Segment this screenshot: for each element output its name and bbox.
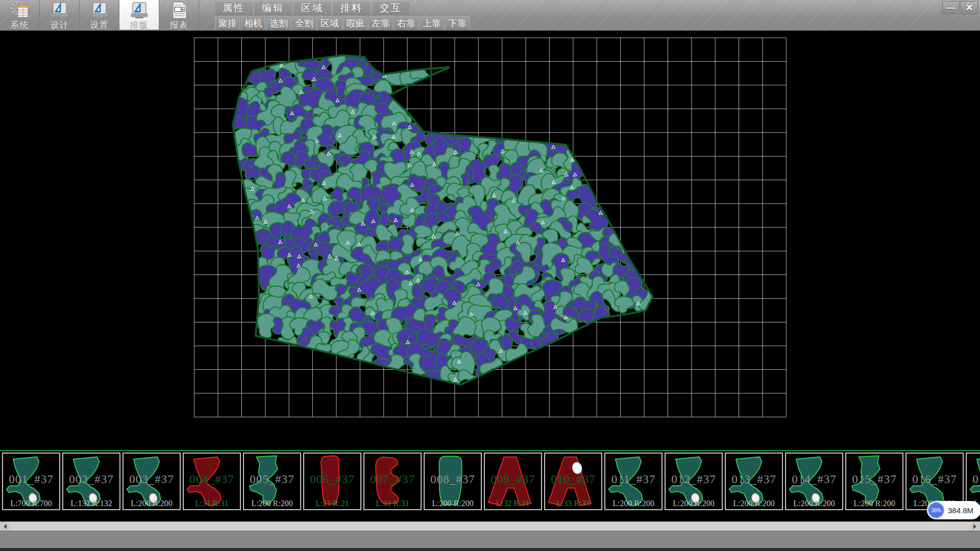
piece-thumbnail	[726, 454, 782, 509]
menu-tab-edit[interactable]: 编辑	[254, 2, 292, 15]
strip-separator-line	[0, 447, 980, 448]
action-button-snap-top[interactable]: 上靠	[420, 16, 444, 30]
settings-icon	[89, 1, 110, 19]
piece-thumbnail	[304, 454, 360, 509]
bottom-edge	[0, 548, 980, 551]
piece-tile[interactable]: 012_#37L:200 R:200	[665, 453, 723, 510]
close-button[interactable]: ✕	[961, 1, 978, 14]
bottom-bar	[0, 531, 980, 548]
piece-thumbnail	[3, 454, 59, 509]
tool-button-layout[interactable]: 排版	[119, 0, 159, 30]
piece-thumbnail	[425, 454, 481, 509]
layout-icon	[129, 1, 150, 19]
right-arrow-icon	[973, 524, 976, 529]
piece-tile[interactable]: 013_#37L:200 R:200	[725, 453, 783, 510]
tool-button-label: 报表	[170, 19, 188, 31]
menu-tab-nesting[interactable]: 排料	[332, 2, 371, 15]
progress-percent-circle: 38%	[928, 502, 944, 518]
action-button-select-cut[interactable]: 选割	[266, 16, 291, 30]
menu-tab-interaction[interactable]: 交互	[372, 2, 410, 15]
piece-thumbnail	[244, 454, 300, 509]
action-button-snap-left[interactable]: 左靠	[369, 16, 393, 30]
action-button-row: 聚排相机选割全割区域瑕疵左靠右靠上靠下靠	[215, 16, 471, 30]
tool-button-label: 设置	[90, 19, 109, 31]
piece-thumbnail	[485, 454, 541, 509]
tool-button-label: 排版	[130, 19, 149, 31]
action-button-defect[interactable]: 瑕疵	[343, 16, 368, 30]
minimize-button[interactable]: —	[942, 1, 960, 14]
system-icon	[10, 1, 30, 19]
hide-nesting-drawing	[0, 31, 980, 447]
piece-tile[interactable]: 001_#37L:700 R:700	[2, 453, 60, 510]
action-button-cluster-nest[interactable]: 聚排	[215, 16, 240, 30]
piece-tile[interactable]: 010_#37L:33 R:33	[544, 453, 602, 510]
action-button-camera[interactable]: 相机	[241, 16, 265, 30]
menu-tab-properties[interactable]: 属性	[214, 2, 253, 15]
piece-thumbnail	[666, 454, 722, 509]
nesting-canvas[interactable]	[0, 31, 980, 447]
report-icon	[169, 1, 189, 19]
piece-tile[interactable]: 007_#37L:31 R:31	[363, 453, 422, 510]
tool-button-settings[interactable]: 设置	[80, 0, 119, 30]
scroll-right-arrow[interactable]	[970, 522, 980, 531]
memory-progress-badge: 38% 384.8M	[927, 501, 980, 519]
tool-button-label: 设计	[51, 19, 69, 31]
piece-tile[interactable]: 005_#37L:200 R:200	[243, 453, 301, 510]
piece-thumbnail	[184, 454, 240, 509]
main-toolbar-buttons: 系统 设计 设置 排版 报表	[0, 0, 199, 31]
piece-tile[interactable]: 003_#37L:200 R:200	[122, 453, 181, 510]
action-button-snap-bottom[interactable]: 下靠	[445, 16, 470, 30]
strip-scrollbar[interactable]	[0, 521, 980, 531]
strip-separator-line-2	[0, 450, 980, 451]
piece-thumbnail	[786, 454, 842, 509]
piece-thumbnail	[364, 454, 421, 509]
action-button-cut-all[interactable]: 全割	[292, 16, 316, 30]
menu-tab-region[interactable]: 区域	[293, 2, 332, 15]
action-button-region[interactable]: 区域	[317, 16, 342, 30]
piece-thumbnail	[605, 454, 662, 509]
piece-thumbnail	[545, 454, 601, 509]
piece-tile[interactable]: 009_#37L:32 R:31	[484, 453, 542, 510]
piece-thumbnail	[846, 454, 902, 509]
piece-tile[interactable]: 015_#37L:200 R:200	[845, 453, 903, 510]
piece-thumbnail	[63, 454, 119, 509]
design-icon	[50, 1, 70, 19]
piece-thumbnail	[124, 454, 180, 509]
piece-tile[interactable]: 011_#37L:200 R:200	[604, 453, 663, 510]
memory-usage-label: 384.8M	[948, 506, 973, 515]
piece-tile[interactable]: 008_#37L:200 R:200	[424, 453, 482, 510]
piece-tile[interactable]: 014_#37L:200 R:200	[785, 453, 843, 510]
menu-tab-row: 属性编辑区域排料交互	[214, 2, 411, 15]
tool-button-label: 系统	[11, 19, 29, 31]
left-arrow-icon	[4, 524, 7, 529]
piece-tile[interactable]: 004_#37L:31 R:31	[183, 453, 241, 510]
window-controls: — ✕	[941, 1, 978, 14]
scroll-left-arrow[interactable]	[0, 522, 10, 531]
piece-tile[interactable]: 006_#37L:21 R:21	[303, 453, 361, 510]
piece-tile[interactable]: 002_#37L:132 R:132	[62, 453, 120, 510]
action-button-snap-right[interactable]: 右靠	[394, 16, 419, 30]
tool-button-design[interactable]: 设计	[40, 0, 80, 30]
piece-strip: 001_#37L:700 R:700 002_#37L:132 R:132 00…	[0, 452, 980, 521]
tool-button-system[interactable]: 系统	[0, 0, 40, 30]
tool-button-report[interactable]: 报表	[159, 0, 199, 30]
title-toolbar: 系统 设计 设置 排版 报表 属性编辑区域排料交互 聚排相机选割全割区域瑕疵左	[0, 0, 980, 31]
